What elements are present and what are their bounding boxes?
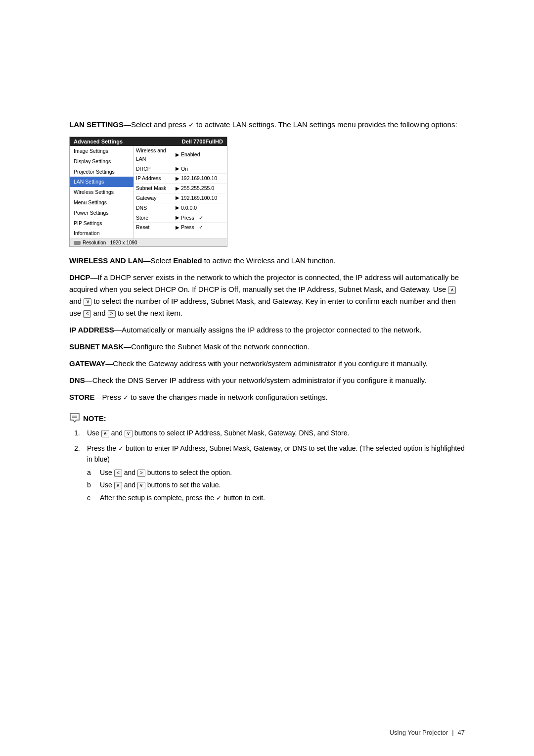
- menu-body: Image Settings Display Settings Projecto…: [70, 146, 227, 238]
- note-item-2-num: 2.: [74, 443, 83, 505]
- note-left-key: <: [114, 470, 122, 477]
- gateway-text: —Check the Gateway address with your net…: [105, 359, 428, 368]
- menu-item-projector-settings: Projector Settings: [70, 167, 134, 177]
- dns-text: —Check the DNS Server IP address with yo…: [85, 376, 427, 384]
- footer-using-projector: Using Your Projector: [390, 729, 448, 736]
- footer-text: Using Your Projector | 47: [390, 729, 465, 736]
- subnet-mask-text: —Configure the Subnet Mask of the networ…: [124, 342, 310, 351]
- menu-screenshot: Advanced Settings Dell 7700FullHD Image …: [69, 137, 227, 247]
- note-sublist: a Use < and > buttons to select the opti…: [87, 467, 465, 504]
- menu-value-store: ▶ Press ✓: [176, 214, 225, 222]
- menu-item-pip-settings: PIP Settings: [70, 218, 134, 229]
- menu-row-reset: Reset ▶ Press ✓: [134, 223, 227, 232]
- note-subitem-a-text: Use < and > buttons to select the option…: [100, 467, 232, 478]
- menu-label-gateway: Gateway: [136, 194, 176, 202]
- note-subitem-b: b Use ∧ and ∨ buttons to set the value.: [87, 479, 465, 490]
- subnet-mask-section: SUBNET MASK—Configure the Subnet Mask of…: [69, 341, 465, 353]
- menu-label-dns: DNS: [136, 204, 176, 212]
- menu-value-dns: ▶ 0.0.0.0: [176, 204, 225, 212]
- menu-header: Advanced Settings Dell 7700FullHD: [70, 137, 227, 146]
- dhcp-text: —If a DHCP server exists in the network …: [69, 273, 459, 317]
- down-key: ∨: [84, 298, 91, 306]
- store-heading: STORE: [69, 393, 94, 401]
- menu-item-power-settings: Power Settings: [70, 208, 134, 218]
- menu-item-information: Information: [70, 228, 134, 238]
- up-key: ∧: [448, 286, 456, 294]
- dhcp-section: DHCP—If a DHCP server exists in the netw…: [69, 272, 465, 319]
- note-label: NOTE:: [83, 414, 106, 423]
- note-list: 1. Use ∧ and ∨ buttons to select IP Addr…: [69, 427, 465, 505]
- ip-address-text: —Automatically or manually assigns the I…: [114, 326, 422, 334]
- dhcp-heading: DHCP: [69, 273, 90, 282]
- lan-settings-heading: LAN SETTINGS: [69, 120, 124, 129]
- note-subitem-b-text: Use ∧ and ∨ buttons to set the value.: [100, 479, 221, 490]
- menu-label-subnet-mask: Subnet Mask: [136, 184, 176, 192]
- menu-item-lan-settings: LAN Settings: [70, 177, 134, 187]
- lan-settings-intro-text2: to activate LAN settings. The LAN settin…: [194, 120, 457, 129]
- menu-value-dhcp: ▶ On: [176, 165, 225, 173]
- note-up-key-b: ∧: [114, 482, 122, 489]
- note-item-1-num: 1.: [74, 427, 83, 438]
- menu-item-display-settings: Display Settings: [70, 156, 134, 167]
- lan-settings-intro-text: —Select and press: [124, 120, 188, 129]
- note-right-key: >: [137, 470, 145, 477]
- wireless-lan-heading: WIRELESS AND LAN: [69, 256, 143, 265]
- menu-row-dns: DNS ▶ 0.0.0.0: [134, 203, 227, 213]
- menu-footer-icon: [74, 241, 81, 245]
- lan-settings-intro: LAN SETTINGS—Select and press ✓ to activ…: [69, 119, 465, 131]
- gateway-heading: GATEWAY: [69, 359, 105, 368]
- left-key: <: [83, 310, 91, 318]
- wireless-lan-text: —Select Enabled to active the Wireless a…: [143, 256, 335, 265]
- note-item-1: 1. Use ∧ and ∨ buttons to select IP Addr…: [74, 427, 465, 438]
- note-down-key: ∨: [125, 430, 133, 437]
- note-down-key-b: ∨: [137, 482, 145, 489]
- menu-value-reset: ▶ Press ✓: [176, 223, 225, 232]
- note-item-2-text: Press the ✓ button to enter IP Address, …: [87, 443, 465, 505]
- menu-item-image-settings: Image Settings: [70, 146, 134, 156]
- note-subitem-c-letter: c: [87, 492, 96, 504]
- note-subitem-b-letter: b: [87, 479, 96, 490]
- menu-value-wireless-lan: ▶ Enabled: [176, 150, 225, 159]
- note-up-key: ∧: [101, 430, 109, 437]
- menu-footer-resolution-label: Resolution : 1920 x 1090: [83, 240, 137, 245]
- store-section: STORE—Press ✓ to save the changes made i…: [69, 391, 465, 403]
- checkmark-icon: ✓: [188, 121, 194, 129]
- wireless-lan-section: WIRELESS AND LAN—Select Enabled to activ…: [69, 255, 465, 267]
- note-subitem-a-letter: a: [87, 467, 96, 478]
- menu-value-subnet-mask: ▶ 255.255.255.0: [176, 184, 225, 192]
- subnet-mask-heading: SUBNET MASK: [69, 342, 124, 351]
- dns-section: DNS—Check the DNS Server IP address with…: [69, 375, 465, 386]
- note-subitem-c: c After the setup is complete, press the…: [87, 492, 465, 504]
- menu-row-subnet-mask: Subnet Mask ▶ 255.255.255.0: [134, 184, 227, 193]
- note-section: NOTE: 1. Use ∧ and ∨ buttons to select I…: [69, 412, 465, 505]
- menu-label-store: Store: [136, 214, 176, 222]
- menu-row-gateway: Gateway ▶ 192.169.100.10: [134, 193, 227, 203]
- note-item-1-text: Use ∧ and ∨ buttons to select IP Address…: [87, 427, 349, 438]
- footer-bar: Using Your Projector | 47: [0, 729, 534, 736]
- menu-row-store: Store ▶ Press ✓: [134, 213, 227, 223]
- menu-row-ip-address: IP Address ▶ 192.169.100.10: [134, 174, 227, 184]
- footer-separator: |: [452, 729, 453, 736]
- ip-address-section: IP ADDRESS—Automatically or manually ass…: [69, 324, 465, 336]
- note-subitem-a: a Use < and > buttons to select the opti…: [87, 467, 465, 478]
- menu-header-left: Advanced Settings: [74, 139, 123, 144]
- menu-item-wireless-settings: Wireless Settings: [70, 187, 134, 197]
- right-key: >: [108, 310, 116, 318]
- store-text: —Press ✓ to save the changes made in net…: [94, 393, 327, 401]
- menu-label-dhcp: DHCP: [136, 165, 176, 173]
- menu-footer: Resolution : 1920 x 1090: [70, 238, 227, 246]
- note-header: NOTE:: [69, 412, 465, 425]
- menu-left-panel: Image Settings Display Settings Projecto…: [70, 146, 134, 238]
- menu-item-menu-settings: Menu Settings: [70, 197, 134, 208]
- menu-row-wireless-lan: Wireless and LAN ▶ Enabled: [134, 146, 227, 164]
- menu-header-right: Dell 7700FullHD: [182, 139, 223, 144]
- note-subitem-c-text: After the setup is complete, press the ✓…: [100, 492, 265, 504]
- footer-page-num: 47: [458, 729, 465, 736]
- note-icon: [69, 412, 80, 425]
- menu-value-ip-address: ▶ 192.169.100.10: [176, 174, 225, 183]
- dns-heading: DNS: [69, 376, 85, 384]
- note-item-2: 2. Press the ✓ button to enter IP Addres…: [74, 443, 465, 505]
- menu-label-wireless-lan: Wireless and LAN: [136, 146, 176, 163]
- menu-label-reset: Reset: [136, 223, 176, 232]
- gateway-section: GATEWAY—Check the Gateway address with y…: [69, 358, 465, 370]
